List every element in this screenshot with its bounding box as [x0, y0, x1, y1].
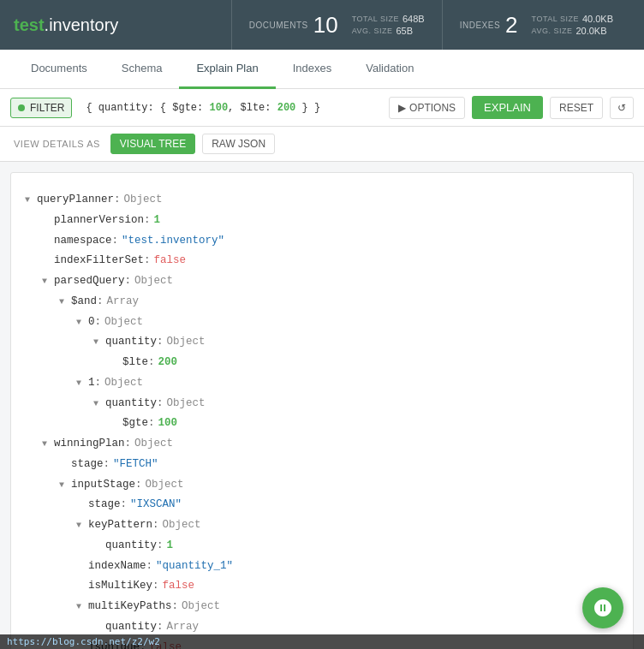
tree-colon: : [172, 597, 179, 617]
query-toolbar: FILTER { quantity: { $gte: 100, $lte: 20… [0, 89, 644, 127]
explain-button[interactable]: EXPLAIN [472, 96, 543, 119]
tree-toggle-arrow[interactable] [59, 294, 71, 310]
tree-colon: : [95, 373, 102, 394]
idx-avg-size-label: AVG. SIZE [532, 27, 573, 35]
tree-toggle-arrow[interactable] [59, 477, 71, 493]
tab-validation[interactable]: Validation [349, 50, 431, 89]
tree-colon: : [135, 475, 142, 496]
tree-toggle-arrow[interactable] [76, 375, 88, 391]
tree-colon: : [97, 292, 104, 313]
tree-toggle-arrow [76, 558, 88, 575]
tree-key: 1 [88, 373, 95, 394]
tree-colon: : [152, 515, 159, 536]
tree-line: indexName:"quantity_1" [25, 557, 619, 577]
tree-colon: : [157, 536, 164, 557]
tree-toggle-arrow[interactable] [42, 273, 54, 289]
chevron-right-icon: ▶ [398, 102, 406, 114]
tree-key: keyPattern [88, 515, 152, 536]
tree-colon: : [157, 394, 164, 414]
tree-toggle-arrow [42, 233, 54, 249]
history-button[interactable]: ↺ [610, 97, 634, 119]
query-suffix: } } [295, 102, 320, 114]
view-toggle-label: VIEW DETAILS AS [14, 139, 100, 149]
tree-toggle-arrow [42, 253, 54, 269]
total-size-label: TOTAL SIZE [352, 15, 399, 23]
tree-colon: : [125, 434, 132, 455]
tree-toggle-arrow[interactable] [93, 334, 105, 350]
nav-tabs: Documents Schema Explain Plan Indexes Va… [0, 50, 644, 89]
tab-explain-plan[interactable]: Explain Plan [179, 50, 275, 89]
tree-key: $gte [122, 414, 148, 434]
options-button[interactable]: ▶ OPTIONS [389, 97, 465, 119]
explain-tree: queryPlanner:Object plannerVersion:1 nam… [10, 172, 634, 649]
tree-colon: : [95, 313, 102, 333]
tree-value: 200 [158, 353, 178, 373]
avg-size-item: AVG. SIZE 65B [352, 26, 425, 36]
tree-toggle-arrow [42, 212, 54, 229]
tree-line: $lte:200 [25, 353, 619, 373]
avg-size-val: 65B [396, 26, 413, 36]
reset-button[interactable]: RESET [550, 97, 603, 119]
tree-key: inputStage [71, 475, 135, 496]
visual-tree-button[interactable]: VISUAL TREE [110, 134, 195, 154]
tree-line: stage:"FETCH" [25, 455, 619, 475]
url-bar: https://blog.csdn.net/z2/w2 [0, 634, 644, 649]
tree-toggle-arrow [76, 578, 88, 594]
tree-type: Array [107, 292, 140, 313]
tree-toggle-arrow [76, 497, 88, 513]
tree-colon: : [148, 414, 155, 434]
collection-name[interactable]: test.inventory [14, 15, 118, 35]
tree-colon: : [157, 332, 164, 353]
tree-line: indexFilterSet:false [25, 251, 619, 271]
tree-toggle-arrow [59, 456, 71, 473]
tree-key: isMultiKey [88, 576, 152, 597]
filter-query-display: { quantity: { $gte: 100, $lte: 200 } } [79, 98, 382, 117]
tree-key: namespace [54, 231, 112, 252]
tree-toggle-arrow[interactable] [76, 314, 88, 330]
tree-toggle-arrow[interactable] [25, 192, 37, 208]
tab-indexes[interactable]: Indexes [276, 50, 349, 89]
tree-value: "FETCH" [113, 455, 158, 475]
tree-toggle-arrow[interactable] [42, 436, 54, 452]
idx-total-size-item: TOTAL SIZE 40.0KB [532, 14, 613, 24]
tree-colon: : [114, 190, 121, 211]
tree-toggle-arrow [93, 538, 105, 554]
tree-colon: : [121, 495, 128, 515]
tree-type: Object [163, 515, 201, 536]
tree-value: "test.inventory" [122, 231, 224, 252]
tree-colon: : [125, 271, 132, 292]
tree-key: parsedQuery [54, 271, 125, 292]
tree-colon: : [104, 455, 110, 475]
tab-documents[interactable]: Documents [14, 50, 104, 89]
tree-toggle-arrow[interactable] [76, 598, 88, 615]
total-size-val: 648B [402, 14, 425, 24]
chat-button[interactable] [582, 587, 623, 628]
tab-schema[interactable]: Schema [104, 50, 180, 89]
tree-toggle-arrow[interactable] [93, 396, 105, 412]
tree-colon: : [144, 211, 151, 231]
tree-toggle-arrow[interactable] [76, 517, 88, 533]
tree-value: 100 [158, 414, 178, 434]
tree-key: stage [71, 455, 104, 475]
chat-icon [593, 598, 613, 618]
tree-key: $lte [122, 353, 148, 373]
filter-button[interactable]: FILTER [10, 98, 72, 118]
tree-key: queryPlanner [37, 190, 114, 211]
tree-line: stage:"IXSCAN" [25, 495, 619, 515]
tree-key: quantity [105, 394, 157, 414]
tree-value: "IXSCAN" [130, 495, 182, 515]
raw-json-button[interactable]: RAW JSON [202, 134, 275, 154]
tree-toggle-arrow [93, 619, 105, 635]
idx-sub-stats: TOTAL SIZE 40.0KB AVG. SIZE 20.0KB [532, 14, 613, 36]
tree-type: Object [182, 597, 220, 617]
query-prefix: { quantity: { $gte: [86, 102, 209, 114]
tree-toggle-arrow [110, 415, 122, 432]
tree-value: false [163, 576, 195, 597]
docs-sub-stats: TOTAL SIZE 648B AVG. SIZE 65B [352, 14, 425, 36]
header-stats: DOCUMENTS 10 TOTAL SIZE 648B AVG. SIZE 6… [231, 0, 630, 50]
tree-value: 1 [167, 536, 174, 557]
tree-line: namespace:"test.inventory" [25, 231, 619, 252]
tree-type: Object [124, 190, 163, 211]
tree-line: quantity:Object [25, 394, 619, 414]
tree-line: 0:Object [25, 313, 619, 333]
